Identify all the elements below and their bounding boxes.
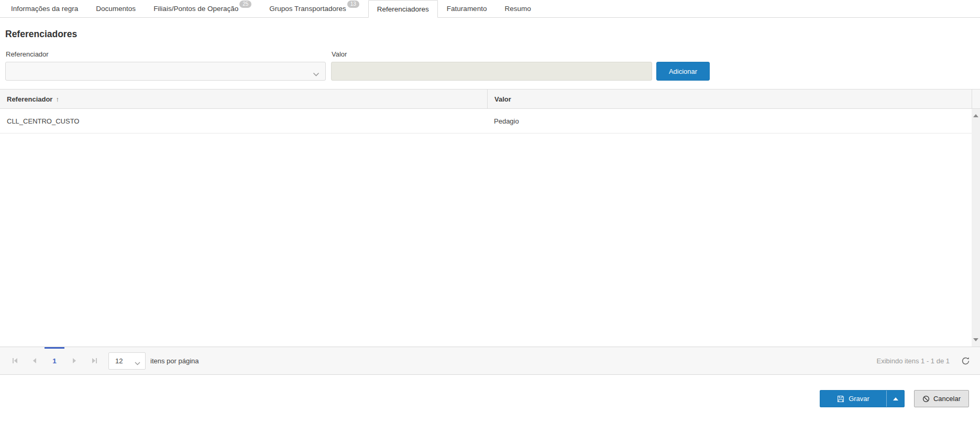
tab-grupos-transportadores[interactable]: Grupos Transportadores 13 [260, 0, 368, 17]
page-size-value: 12 [115, 357, 123, 365]
seek-last-icon [92, 358, 95, 363]
arrow-right-icon [73, 358, 76, 363]
seek-first-icon [14, 358, 17, 363]
tab-strip: Informações da regra Documentos Filiais/… [0, 0, 980, 18]
scroll-up-icon[interactable] [973, 114, 978, 117]
count-badge: 25 [239, 1, 251, 8]
tab-label: Faturamento [447, 5, 487, 13]
sort-asc-icon: ↑ [56, 95, 59, 103]
refresh-button[interactable] [959, 354, 972, 367]
chevron-down-icon [135, 360, 140, 368]
gravar-label: Gravar [849, 395, 869, 403]
cancelar-label: Cancelar [933, 395, 961, 403]
table-body: CLL_CENTRO_CUSTO Pedagio [0, 109, 980, 347]
tab-informacoes-da-regra[interactable]: Informações da regra [2, 0, 87, 17]
tab-label: Filiais/Pontos de Operação [153, 5, 238, 13]
previous-page-button[interactable] [25, 347, 45, 374]
table-header-row: Referenciador ↑ Valor [0, 89, 980, 109]
column-header-valor[interactable]: Valor [487, 90, 972, 108]
adicionar-button[interactable]: Adicionar [656, 62, 710, 81]
tab-label: Documentos [96, 5, 136, 13]
arrow-up-icon [893, 397, 898, 400]
tab-documentos[interactable]: Documentos [87, 0, 145, 17]
gravar-options-button[interactable] [886, 391, 904, 407]
cancelar-button[interactable]: Cancelar [914, 390, 969, 407]
cancel-icon [922, 395, 930, 403]
tab-referenciadores[interactable]: Referenciadores [368, 0, 438, 18]
column-header-referenciador[interactable]: Referenciador ↑ [0, 90, 487, 108]
tab-faturamento[interactable]: Faturamento [438, 0, 496, 17]
table-row[interactable]: CLL_CENTRO_CUSTO Pedagio [0, 109, 980, 133]
chevron-down-icon [313, 70, 320, 79]
tab-label: Resumo [504, 5, 531, 13]
page-size-select[interactable]: 12 [108, 352, 146, 370]
tab-label: Grupos Transportadores [269, 5, 346, 13]
next-page-button[interactable] [64, 347, 84, 374]
cell-valor: Pedagio [487, 117, 519, 125]
referenciador-label: Referenciador [6, 50, 49, 58]
header-scrollbar-spacer [972, 90, 980, 108]
refresh-icon [961, 357, 970, 365]
scroll-down-icon[interactable] [973, 338, 978, 341]
valor-label: Valor [332, 50, 347, 58]
count-badge: 13 [347, 1, 359, 8]
page-title: Referenciadores [5, 29, 77, 40]
save-icon [837, 395, 844, 403]
tab-label: Informações da regra [11, 5, 78, 13]
cell-referenciador: CLL_CENTRO_CUSTO [0, 117, 487, 125]
gravar-button[interactable]: Gravar [820, 391, 886, 407]
current-page: 1 [52, 357, 57, 365]
last-page-button[interactable] [84, 347, 104, 374]
items-per-page-label: itens por página [150, 357, 199, 365]
tab-resumo[interactable]: Resumo [495, 0, 539, 17]
first-page-button[interactable] [5, 347, 25, 374]
valor-input[interactable] [331, 62, 652, 81]
referenciadores-page: Informações da regra Documentos Filiais/… [0, 0, 980, 423]
arrow-left-icon [33, 358, 36, 363]
tab-filiais-pontos-de-operacao[interactable]: Filiais/Pontos de Operação 25 [145, 0, 260, 17]
referenciador-select[interactable] [5, 62, 326, 81]
vertical-scrollbar[interactable] [972, 109, 980, 347]
pager: 1 12 itens por página Exibindo itens 1 -… [0, 347, 980, 375]
pager-info: Exibindo itens 1 - 1 de 1 [877, 357, 950, 365]
tab-label: Referenciadores [377, 5, 429, 13]
page-number-button[interactable]: 1 [45, 347, 64, 374]
gravar-split-button: Gravar [820, 390, 905, 407]
